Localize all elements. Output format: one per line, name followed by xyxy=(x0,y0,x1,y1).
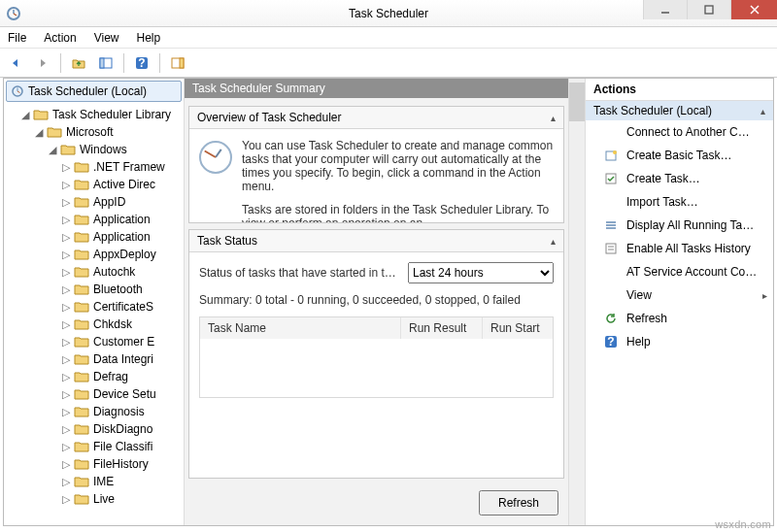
toolbar-separator xyxy=(60,53,61,73)
collapse-icon[interactable]: ◢ xyxy=(19,109,31,121)
tree-item[interactable]: ▷.NET Framew xyxy=(60,158,184,176)
tree-item[interactable]: ▷Bluetooth xyxy=(60,281,184,298)
vertical-scrollbar[interactable] xyxy=(568,79,585,525)
collapse-icon[interactable]: ◢ xyxy=(47,144,58,156)
col-task-name[interactable]: Task Name xyxy=(200,317,401,339)
expand-icon[interactable]: ▷ xyxy=(60,371,72,383)
help-button[interactable]: ? xyxy=(130,51,153,75)
refresh-button[interactable]: Refresh xyxy=(479,490,558,515)
menu-help[interactable]: Help xyxy=(135,29,163,47)
expand-icon[interactable]: ▷ xyxy=(60,266,72,279)
tree-label: IME xyxy=(91,475,116,488)
tree-item[interactable]: ▷Application xyxy=(60,228,184,246)
expand-icon[interactable]: ▷ xyxy=(60,196,72,209)
tree-item-microsoft[interactable]: ◢ Microsoft xyxy=(33,123,184,141)
expand-icon[interactable]: ▷ xyxy=(60,441,72,453)
tree-item[interactable]: ▷Data Integri xyxy=(60,350,184,368)
list-icon xyxy=(603,217,619,233)
collapse-icon[interactable]: ◢ xyxy=(33,126,45,139)
action-label: AT Service Account Co… xyxy=(626,265,757,279)
tree-item-library[interactable]: ◢ Task Scheduler Library xyxy=(19,106,184,123)
overview-panel: Overview of Task Scheduler ▴ You can use… xyxy=(188,106,564,223)
tree-label: Device Setu xyxy=(91,387,158,401)
toolbar: ? xyxy=(0,49,777,78)
tree-item[interactable]: ▷AppID xyxy=(60,193,184,211)
maximize-button[interactable] xyxy=(687,0,730,19)
action-view[interactable]: View ▸ xyxy=(586,283,773,307)
expand-icon[interactable]: ▷ xyxy=(60,161,72,174)
show-hide-action-pane-button[interactable] xyxy=(166,51,189,75)
svg-text:?: ? xyxy=(138,56,145,70)
tree-item[interactable]: ▷Device Setu xyxy=(60,385,184,403)
tree-item[interactable]: ▷Live xyxy=(60,490,184,508)
collapse-icon: ▴ xyxy=(760,106,765,116)
tree-item[interactable]: ▷FileHistory xyxy=(60,455,184,473)
action-create-basic-task[interactable]: Create Basic Task… xyxy=(586,144,773,167)
import-icon xyxy=(603,194,619,210)
col-run-start[interactable]: Run Start xyxy=(483,317,553,339)
col-run-result[interactable]: Run Result xyxy=(401,317,483,339)
back-button[interactable] xyxy=(4,51,27,75)
action-label: Help xyxy=(626,335,651,349)
action-refresh[interactable]: Refresh xyxy=(586,307,773,330)
menu-action[interactable]: Action xyxy=(42,29,78,47)
expand-icon[interactable]: ▷ xyxy=(60,353,72,366)
menu-view[interactable]: View xyxy=(92,29,121,47)
tree-item[interactable]: ▷Defrag xyxy=(60,368,184,385)
tree-item[interactable]: ▷AppxDeploy xyxy=(60,246,184,263)
task-icon xyxy=(603,171,619,186)
minimize-button[interactable] xyxy=(643,0,687,19)
action-label: Connect to Another C… xyxy=(626,125,750,139)
tree-item[interactable]: ▷Customer E xyxy=(60,333,184,350)
action-import-task[interactable]: Import Task… xyxy=(586,190,773,214)
expand-icon[interactable]: ▷ xyxy=(60,406,72,418)
expand-icon[interactable]: ▷ xyxy=(60,423,72,436)
action-label: Create Basic Task… xyxy=(626,149,732,162)
collapse-icon[interactable]: ▴ xyxy=(551,113,556,123)
expand-icon[interactable]: ▷ xyxy=(60,318,72,331)
tree-item[interactable]: ▷Autochk xyxy=(60,263,184,281)
expand-icon[interactable]: ▷ xyxy=(60,249,72,261)
tree-item[interactable]: ▷IME xyxy=(60,473,184,490)
tree-item[interactable]: ▷Application xyxy=(60,211,184,228)
tree-item[interactable]: ▷DiskDiagno xyxy=(60,420,184,438)
action-create-task[interactable]: Create Task… xyxy=(586,167,773,190)
expand-icon[interactable]: ▷ xyxy=(60,476,72,488)
tree-label: Active Direc xyxy=(91,178,157,191)
action-connect[interactable]: Connect to Another C… xyxy=(586,120,773,144)
task-status-title: Task Status xyxy=(197,234,257,248)
up-folder-button[interactable] xyxy=(67,51,90,75)
close-button[interactable] xyxy=(730,0,777,19)
forward-button[interactable] xyxy=(31,51,54,75)
action-enable-history[interactable]: Enable All Tasks History xyxy=(586,237,773,260)
expand-icon[interactable]: ▷ xyxy=(60,388,72,401)
status-period-select[interactable]: Last 24 hours xyxy=(408,262,554,283)
tree-item[interactable]: ▷CertificateS xyxy=(60,298,184,316)
results-pane: Task Scheduler Summary Overview of Task … xyxy=(185,79,568,525)
expand-icon[interactable]: ▷ xyxy=(60,231,72,244)
svg-rect-19 xyxy=(606,221,616,223)
expand-icon[interactable]: ▷ xyxy=(60,214,72,226)
action-at-service[interactable]: AT Service Account Co… xyxy=(586,260,773,283)
show-hide-tree-button[interactable] xyxy=(94,51,118,75)
expand-icon[interactable]: ▷ xyxy=(60,458,72,471)
action-display-running[interactable]: Display All Running Ta… xyxy=(586,214,773,237)
expand-icon[interactable]: ▷ xyxy=(60,493,72,506)
actions-group-header[interactable]: Task Scheduler (Local) ▴ xyxy=(586,101,773,120)
svg-rect-21 xyxy=(606,227,616,229)
tree-item-windows[interactable]: ◢ Windows xyxy=(47,141,184,158)
action-help[interactable]: ? Help xyxy=(586,330,773,353)
tree-item[interactable]: ▷Chkdsk xyxy=(60,316,184,333)
expand-icon[interactable]: ▷ xyxy=(60,301,72,314)
tree-root[interactable]: Task Scheduler (Local) xyxy=(6,81,182,102)
expand-icon[interactable]: ▷ xyxy=(60,336,72,349)
menu-file[interactable]: File xyxy=(6,29,28,47)
collapse-icon[interactable]: ▴ xyxy=(551,236,556,247)
expand-icon[interactable]: ▷ xyxy=(60,283,72,296)
tree-item[interactable]: ▷Diagnosis xyxy=(60,403,184,420)
console-tree: Task Scheduler (Local) ◢ Task Scheduler … xyxy=(4,79,185,525)
expand-icon[interactable]: ▷ xyxy=(60,179,72,191)
toolbar-separator xyxy=(159,53,160,73)
tree-item[interactable]: ▷Active Direc xyxy=(60,176,184,193)
tree-item[interactable]: ▷File Classifi xyxy=(60,438,184,455)
